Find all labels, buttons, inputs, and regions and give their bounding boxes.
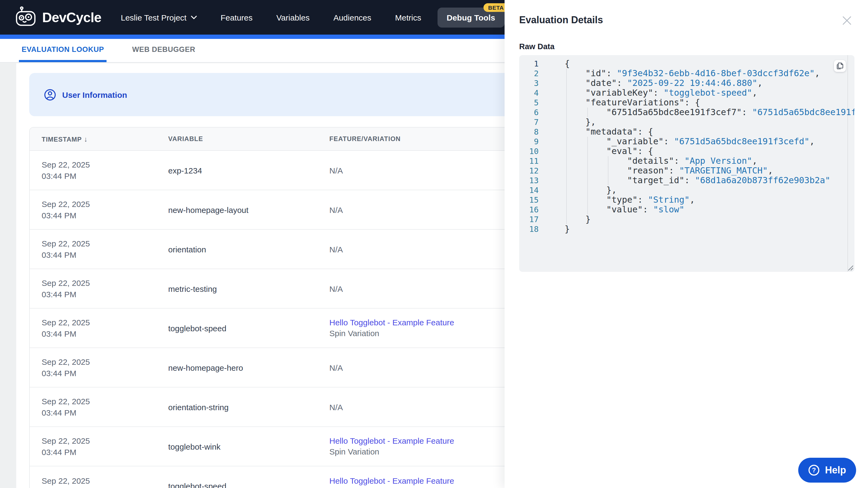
line-number: 11 [526,156,539,166]
code-line: 15 "type": "String", [519,195,855,205]
table-row[interactable]: Sep 22, 202503:44 PMexp-1234N/A [30,151,537,190]
indent-guide [587,185,588,195]
copy-icon [836,62,844,70]
variable-key: togglebot-speed [168,482,329,488]
timestamp-time: 03:44 PM [42,367,168,379]
code-text: "_variable": "6751d5a65bdc8ee191f3cefd", [565,136,815,147]
code-line: 11 "details": "App Version", [519,156,855,166]
nav-item-metrics[interactable]: Metrics [395,13,421,22]
indent-guide [566,137,567,147]
code-text: "value": "slow" [565,204,684,215]
timestamp-time: 03:44 PM [42,289,168,300]
table-row[interactable]: Sep 22, 202503:44 PMtogglebot-winkHello … [30,427,537,466]
user-icon [44,88,56,101]
line-number: 3 [526,78,539,88]
resize-handle-icon[interactable] [847,264,854,271]
column-header-timestamp[interactable]: TIMESTAMP↓ [30,135,168,143]
tab-evaluation-lookup[interactable]: EVALUATION LOOKUP [19,39,107,62]
indent-guide [566,107,567,117]
user-information-label: User Information [62,90,127,99]
timestamp-cell: Sep 22, 202503:44 PM [30,427,168,466]
variable-cell: togglebot-speed [168,308,329,348]
line-number: 10 [526,147,539,156]
variable-cell: new-homepage-hero [168,348,329,387]
code-line: 7 }, [519,117,855,127]
project-name: Leslie Test Project [121,13,187,22]
timestamp-cell: Sep 22, 202503:44 PM [30,269,168,308]
line-number: 6 [526,107,539,117]
table-header-row: TIMESTAMP↓ VARIABLE FEATURE/VARIATION [30,128,537,151]
variable-key: orientation-string [168,402,329,412]
user-information-banner[interactable]: User Information [29,73,537,116]
code-line: 8 "metadata": { [519,127,855,137]
variable-cell: exp-1234 [168,151,329,190]
project-selector[interactable]: Leslie Test Project [121,13,197,22]
code-line: 6 "6751d5a65bdc8ee191f3cef7": "6751d5a65… [519,107,855,117]
timestamp-time: 03:44 PM [42,249,168,260]
raw-data-code-block[interactable]: 1{2 "id": "9f3e4b32-6ebb-4d16-8bef-03dcc… [519,55,855,272]
close-icon[interactable] [841,15,852,26]
line-number: 4 [526,88,539,98]
indent-guide [566,205,567,215]
nav-item-debug-tools[interactable]: Debug Tools BETA [437,7,504,27]
indent-guide [566,69,567,78]
code-line: 17 } [519,215,855,224]
column-header-variable[interactable]: VARIABLE [168,135,329,143]
indent-guide [608,176,609,185]
table-row[interactable]: Sep 22, 202503:44 PMmetric-testingN/A [30,269,537,308]
code-line: 13 "target_id": "68d1a6a20b873ff62e903b2… [519,176,855,185]
code-text: }, [565,117,596,127]
devcycle-logo[interactable]: DevCycle [15,6,101,29]
table-row[interactable]: Sep 22, 202503:44 PMnew-homepage-heroN/A [30,348,537,388]
indent-guide [566,88,567,98]
code-text: "featureVariations": { [565,97,700,107]
variable-cell: orientation-string [168,388,329,426]
nav-item-features[interactable]: Features [221,13,253,22]
indent-guide [566,98,567,107]
line-number: 2 [526,69,539,78]
variable-key: new-homepage-layout [168,205,329,214]
line-number: 1 [526,59,539,69]
timestamp-date: Sep 22, 2025 [42,356,168,367]
indent-guide [566,117,567,127]
raw-data-label: Raw Data [519,42,555,51]
code-text: "eval": { [565,146,653,156]
help-button[interactable]: ? Help [798,458,856,483]
table-row[interactable]: Sep 22, 202503:44 PMtogglebot-speedHello… [30,466,537,488]
code-line: 18} [519,224,855,234]
evaluation-details-panel: Evaluation Details Raw Data 1{2 "id": "9… [504,0,868,488]
tab-web-debugger[interactable]: WEB DEBUGGER [129,39,198,62]
table-row[interactable]: Sep 22, 202503:44 PMorientation-stringN/… [30,388,537,427]
timestamp-cell: Sep 22, 202503:44 PM [30,230,168,269]
code-line: 1{ [519,59,855,69]
variable-key: orientation [168,245,329,254]
indent-guide [566,185,567,195]
table-row[interactable]: Sep 22, 202503:44 PMnew-homepage-layoutN… [30,190,537,230]
line-number: 8 [526,127,539,137]
code-text: "target_id": "68d1a6a20b873ff62e903b2a" [565,175,830,185]
table-row[interactable]: Sep 22, 202503:44 PMorientationN/A [30,230,537,269]
code-line: 12 "reason": "TARGETING_MATCH", [519,166,855,176]
indent-guide [608,166,609,176]
code-text: "reason": "TARGETING_MATCH", [565,165,773,176]
indent-guide [587,166,588,176]
copy-button[interactable] [834,60,846,72]
code-line: 4 "variableKey": "togglebot-speed", [519,88,855,98]
table-body: Sep 22, 202503:44 PMexp-1234N/ASep 22, 2… [30,151,537,488]
variable-key: metric-testing [168,284,329,293]
timestamp-time: 03:44 PM [42,407,168,418]
indent-guide [566,147,567,156]
line-number: 9 [526,137,539,147]
timestamp-time: 03:44 PM [42,328,168,339]
code-line: 14 }, [519,185,855,195]
timestamp-cell: Sep 22, 202503:44 PM [30,348,168,387]
nav-item-variables[interactable]: Variables [276,13,310,22]
timestamp-cell: Sep 22, 202503:44 PM [30,190,168,229]
code-line: 3 "date": "2025-09-22 19:44:46.880", [519,78,855,88]
chevron-down-icon [191,15,197,19]
code-line: 2 "id": "9f3e4b32-6ebb-4d16-8bef-03dccf3… [519,69,855,78]
indent-guide [566,195,567,205]
help-question-icon: ? [808,464,820,476]
nav-item-audiences[interactable]: Audiences [333,13,371,22]
table-row[interactable]: Sep 22, 202503:44 PMtogglebot-speedHello… [30,308,537,348]
